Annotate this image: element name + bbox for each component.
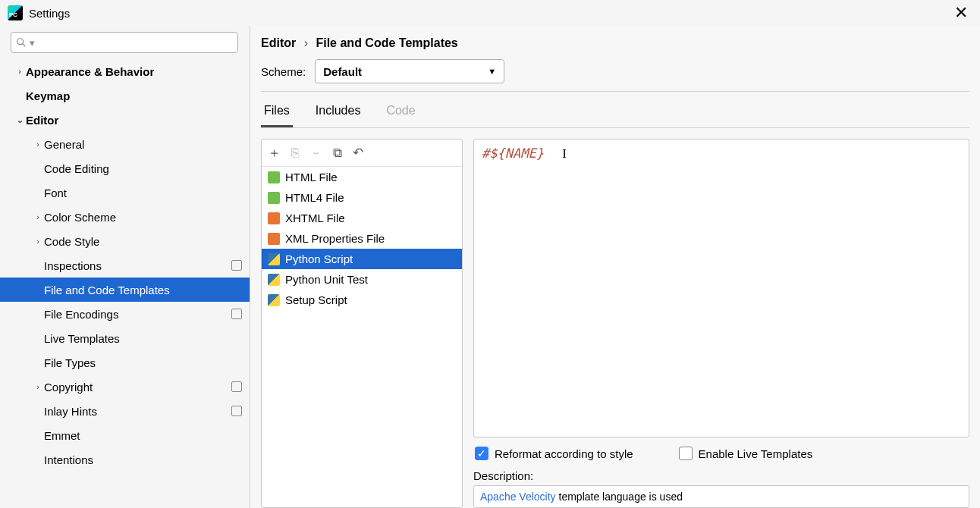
file-type-icon bbox=[268, 274, 280, 286]
sidebar-item-label: Emmet bbox=[44, 429, 80, 442]
sidebar-item-keymap[interactable]: Keymap bbox=[0, 83, 250, 108]
duplicate-icon[interactable]: ⧉ bbox=[333, 146, 342, 161]
checkbox-unchecked-icon bbox=[679, 447, 693, 460]
template-item-label: Python Script bbox=[285, 252, 353, 265]
sidebar-item-label: Appearance & Behavior bbox=[26, 65, 154, 78]
sidebar-item-label: Code Style bbox=[44, 235, 99, 248]
template-item-label: Setup Script bbox=[285, 293, 347, 306]
sidebar-item-copyright[interactable]: ›Copyright bbox=[0, 375, 250, 399]
search-input[interactable]: ▾ bbox=[11, 32, 238, 53]
search-icon bbox=[16, 37, 27, 48]
sidebar-item-general[interactable]: ›General bbox=[0, 132, 250, 156]
sidebar-item-live-templates[interactable]: Live Templates bbox=[0, 326, 250, 350]
breadcrumb-second: File and Code Templates bbox=[316, 36, 457, 49]
template-item-label: HTML File bbox=[285, 171, 338, 183]
template-item-python-unit-test[interactable]: Python Unit Test bbox=[262, 269, 462, 290]
sidebar-item-file-encodings[interactable]: File Encodings bbox=[0, 302, 250, 326]
settings-sidebar: ▾ ›Appearance & BehaviorKeymap⌄Editor›Ge… bbox=[0, 26, 250, 508]
sidebar-item-inspections[interactable]: Inspections bbox=[0, 253, 250, 278]
file-type-icon bbox=[268, 294, 280, 306]
template-item-xml-properties-file[interactable]: XML Properties File bbox=[262, 228, 462, 249]
sidebar-item-appearance-behavior[interactable]: ›Appearance & Behavior bbox=[0, 59, 250, 83]
scheme-label: Scheme: bbox=[261, 65, 306, 78]
chevron-icon: › bbox=[32, 237, 44, 246]
apache-velocity-link[interactable]: Apache Velocity bbox=[480, 491, 556, 503]
file-type-icon bbox=[268, 253, 280, 265]
sidebar-item-inlay-hints[interactable]: Inlay Hints bbox=[0, 399, 250, 423]
tab-code: Code bbox=[383, 95, 418, 127]
description-text: template language is used bbox=[556, 491, 683, 503]
template-item-html-file[interactable]: HTML File bbox=[262, 167, 462, 187]
titlebar: Settings ✕ bbox=[0, 0, 980, 26]
sidebar-item-label: Color Scheme bbox=[44, 211, 116, 224]
editor-content: #${NAME} bbox=[482, 146, 544, 161]
sidebar-item-label: Inlay Hints bbox=[44, 405, 97, 418]
template-list: HTML FileHTML4 FileXHTML FileXML Propert… bbox=[262, 167, 462, 507]
sidebar-item-color-scheme[interactable]: ›Color Scheme bbox=[0, 205, 250, 229]
description-box: Apache Velocity template language is use… bbox=[473, 485, 969, 508]
sidebar-item-label: Editor bbox=[26, 114, 58, 127]
settings-tree: ›Appearance & BehaviorKeymap⌄Editor›Gene… bbox=[0, 59, 250, 508]
undo-icon[interactable]: ↶ bbox=[353, 145, 363, 161]
sidebar-item-code-style[interactable]: ›Code Style bbox=[0, 229, 250, 253]
reformat-label: Reformat according to style bbox=[495, 447, 633, 460]
sidebar-item-editor[interactable]: ⌄Editor bbox=[0, 108, 250, 132]
sidebar-item-font[interactable]: Font bbox=[0, 180, 250, 205]
breadcrumb: Editor › File and Code Templates bbox=[261, 36, 969, 50]
description-label: Description: bbox=[473, 469, 969, 482]
sidebar-item-label: Code Editing bbox=[44, 162, 109, 175]
sidebar-item-label: Live Templates bbox=[44, 332, 120, 345]
sidebar-item-label: Inspections bbox=[44, 259, 102, 272]
app-icon bbox=[8, 5, 23, 20]
window-title: Settings bbox=[29, 7, 70, 20]
tab-files[interactable]: Files bbox=[261, 95, 293, 127]
chevron-icon: › bbox=[32, 382, 44, 391]
sidebar-item-file-types[interactable]: File Types bbox=[0, 350, 250, 375]
copy-template-icon[interactable]: ⎘ bbox=[291, 146, 299, 161]
main-panel: Editor › File and Code Templates Scheme:… bbox=[250, 26, 980, 508]
template-toolbar: ＋ ⎘ － ⧉ ↶ bbox=[262, 140, 462, 167]
svg-line-1 bbox=[23, 44, 26, 47]
add-icon[interactable]: ＋ bbox=[268, 144, 281, 161]
sidebar-item-label: General bbox=[44, 138, 84, 151]
sidebar-item-label: Copyright bbox=[44, 381, 93, 394]
sidebar-item-emmet[interactable]: Emmet bbox=[0, 423, 250, 447]
scheme-value: Default bbox=[323, 65, 362, 78]
project-badge-icon bbox=[231, 260, 242, 271]
checkbox-checked-icon: ✓ bbox=[475, 447, 488, 460]
project-badge-icon bbox=[231, 309, 242, 319]
project-badge-icon bbox=[231, 406, 242, 416]
sidebar-item-label: File Types bbox=[44, 356, 96, 369]
sidebar-item-label: File Encodings bbox=[44, 308, 118, 321]
sidebar-item-label: Intentions bbox=[44, 453, 93, 466]
svg-point-0 bbox=[17, 39, 24, 45]
scheme-select[interactable]: Default ▼ bbox=[315, 59, 504, 83]
chevron-down-icon: ▼ bbox=[488, 67, 496, 76]
template-item-label: Python Unit Test bbox=[285, 273, 368, 286]
sidebar-item-label: Font bbox=[44, 187, 67, 199]
file-type-icon bbox=[268, 233, 280, 245]
breadcrumb-first[interactable]: Editor bbox=[261, 36, 296, 49]
template-item-html4-file[interactable]: HTML4 File bbox=[262, 187, 462, 208]
live-templates-checkbox[interactable]: Enable Live Templates bbox=[679, 447, 813, 460]
template-item-label: HTML4 File bbox=[285, 191, 344, 204]
template-item-python-script[interactable]: Python Script bbox=[262, 249, 462, 269]
chevron-icon: › bbox=[32, 212, 44, 221]
template-item-setup-script[interactable]: Setup Script bbox=[262, 290, 462, 310]
project-badge-icon bbox=[231, 381, 242, 392]
sidebar-item-intentions[interactable]: Intentions bbox=[0, 447, 250, 472]
tab-includes[interactable]: Includes bbox=[313, 95, 364, 127]
remove-icon[interactable]: － bbox=[309, 144, 322, 161]
template-list-panel: ＋ ⎘ － ⧉ ↶ HTML FileHTML4 FileXHTML FileX… bbox=[261, 139, 463, 508]
close-icon[interactable]: ✕ bbox=[950, 3, 972, 23]
file-type-icon bbox=[268, 171, 280, 183]
sidebar-item-file-and-code-templates[interactable]: File and Code Templates bbox=[0, 278, 250, 302]
sidebar-item-code-editing[interactable]: Code Editing bbox=[0, 156, 250, 180]
template-editor[interactable]: #${NAME} I bbox=[473, 139, 969, 437]
chevron-icon: › bbox=[32, 140, 44, 149]
chevron-icon: ⌄ bbox=[14, 115, 26, 125]
template-tabs: FilesIncludesCode bbox=[261, 95, 969, 128]
file-type-icon bbox=[268, 192, 280, 204]
template-item-xhtml-file[interactable]: XHTML File bbox=[262, 208, 462, 228]
reformat-checkbox[interactable]: ✓ Reformat according to style bbox=[475, 447, 633, 460]
